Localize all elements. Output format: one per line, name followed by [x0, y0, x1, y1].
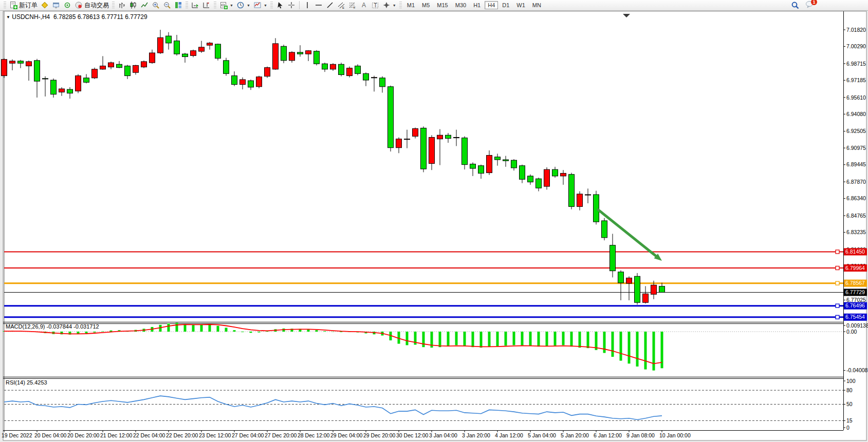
new-chart-icon [219, 1, 228, 9]
zoom-out-button[interactable] [161, 1, 173, 10]
equidistant-channel-button[interactable]: E [336, 1, 347, 10]
signals-icon [63, 1, 71, 9]
new-order-button[interactable]: 新订单 [8, 1, 39, 10]
svg-text:20 Dec 04:00: 20 Dec 04:00 [34, 432, 67, 438]
notifications-button[interactable]: 1 [805, 0, 815, 10]
svg-text:29 Dec 20:00: 29 Dec 20:00 [363, 432, 396, 438]
horizontal-line-icon [315, 1, 323, 9]
shapes-dropdown[interactable]: ▼ [381, 1, 398, 10]
timeframe-switcher: M1M5M15M30H1H4D1W1MN [403, 1, 545, 9]
svg-text:3 Jan 20:00: 3 Jan 20:00 [462, 432, 490, 438]
svg-text:22 Dec 20:00: 22 Dec 20:00 [166, 432, 198, 438]
dropdown-caret-icon: ▼ [264, 4, 267, 7]
text-label-icon: T [371, 1, 379, 9]
timeframe-button-m1[interactable]: M1 [404, 1, 418, 9]
fibonacci-icon: F [348, 1, 357, 9]
svg-text:6.97185: 6.97185 [846, 77, 866, 83]
zoom-in-button[interactable] [150, 1, 161, 10]
new-order-icon [9, 1, 17, 9]
terminal-button[interactable] [50, 1, 62, 10]
toolbar-separator [299, 1, 300, 9]
tile-windows-icon [174, 1, 182, 9]
svg-text:10 Jan 00:00: 10 Jan 00:00 [659, 432, 691, 438]
svg-text:23 Dec 12:00: 23 Dec 12:00 [199, 432, 231, 438]
svg-text:F: F [354, 6, 356, 9]
auto-scroll-button[interactable] [190, 1, 201, 10]
timeframe-button-m5[interactable]: M5 [419, 1, 433, 9]
templates-dropdown[interactable]: ▼ [252, 1, 269, 10]
bar-chart-icon [118, 1, 126, 9]
zoom-out-icon [163, 1, 171, 9]
svg-text:50: 50 [846, 401, 853, 407]
timeframe-button-d1[interactable]: D1 [499, 1, 512, 9]
vertical-line-icon [303, 1, 311, 9]
svg-text:15: 15 [846, 417, 853, 424]
metaeditor-icon [41, 1, 49, 9]
toolbar-grip [186, 2, 188, 9]
svg-text:6.78567: 6.78567 [845, 280, 865, 286]
svg-text:5 Jan 04:00: 5 Jan 04:00 [528, 432, 556, 438]
auto-trading-button[interactable]: 自动交易 [73, 1, 110, 10]
new-order-label: 新订单 [19, 1, 38, 10]
svg-text:6.86340: 6.86340 [846, 195, 866, 201]
crosshair-button[interactable] [286, 1, 297, 10]
periods-dropdown[interactable]: ▼ [235, 1, 252, 10]
svg-text:6.94080: 6.94080 [846, 111, 866, 117]
toolbar-right-group: 1 [789, 0, 815, 10]
horizontal-line-button[interactable] [313, 1, 324, 10]
tile-windows-button[interactable] [173, 1, 184, 10]
application-window: 新订单 自动交易 ▼ ▼ ▼ E F A T ▼ M [0, 0, 868, 442]
text-label-button[interactable]: T [370, 1, 381, 10]
svg-text:5 Jan 20:00: 5 Jan 20:00 [561, 432, 589, 438]
toolbar-grip [399, 2, 402, 9]
chart-canvas[interactable]: 7.018207.002906.987156.971856.956106.940… [0, 0, 868, 442]
svg-text:9 Jan 08:00: 9 Jan 08:00 [626, 432, 655, 438]
svg-text:E: E [342, 6, 344, 9]
svg-text:20 Dec 20:00: 20 Dec 20:00 [67, 432, 100, 438]
equidistant-channel-icon: E [337, 1, 345, 9]
svg-text:80: 80 [846, 387, 853, 393]
new-chart-dropdown[interactable]: ▼ [218, 1, 235, 10]
vertical-line-button[interactable] [302, 1, 313, 10]
svg-text:3 Jan 04:00: 3 Jan 04:00 [429, 432, 457, 438]
candlestick-chart-icon [129, 1, 137, 9]
svg-text:0: 0 [846, 425, 849, 431]
text-icon: A [360, 1, 368, 9]
toolbar-grip [270, 2, 273, 9]
toolbar: 新订单 自动交易 ▼ ▼ ▼ E F A T ▼ M [0, 0, 868, 11]
fibonacci-button[interactable]: F [347, 1, 358, 10]
trendline-button[interactable] [324, 1, 336, 10]
metaeditor-button[interactable] [39, 1, 50, 10]
clock-icon [236, 1, 245, 9]
svg-text:-0.040081: -0.040081 [846, 367, 868, 373]
line-chart-button[interactable] [139, 1, 150, 10]
chart-shift-button[interactable] [201, 1, 212, 10]
auto-scroll-icon [191, 1, 199, 9]
bar-chart-button[interactable] [116, 1, 127, 10]
svg-text:6.77729: 6.77729 [845, 289, 865, 295]
candlestick-chart-button[interactable] [127, 1, 139, 10]
svg-text:6 Jan 12:00: 6 Jan 12:00 [594, 432, 622, 438]
timeframe-button-h4[interactable]: H4 [485, 1, 498, 9]
svg-text:6.77025: 6.77025 [846, 297, 866, 303]
timeframe-button-m30[interactable]: M30 [452, 1, 469, 9]
timeframe-button-h1[interactable]: H1 [470, 1, 484, 9]
svg-text:28 Dec 12:00: 28 Dec 12:00 [298, 432, 330, 438]
svg-text:T: T [374, 3, 377, 8]
signals-button[interactable] [62, 1, 73, 10]
search-button[interactable] [789, 1, 801, 10]
cursor-button[interactable] [274, 1, 286, 10]
dropdown-caret-icon: ▼ [393, 4, 396, 7]
toolbar-grip [214, 2, 216, 9]
dropdown-caret-icon: ▼ [230, 4, 233, 7]
crosshair-icon [287, 1, 296, 9]
svg-text:6.98715: 6.98715 [846, 61, 866, 67]
svg-text:6.84765: 6.84765 [846, 213, 866, 219]
timeframe-button-mn[interactable]: MN [529, 1, 544, 9]
timeframe-button-w1[interactable]: W1 [513, 1, 528, 9]
toolbar-grip [112, 2, 115, 9]
template-icon [253, 1, 262, 9]
timeframe-button-m15[interactable]: M15 [434, 1, 451, 9]
svg-text:7.00290: 7.00290 [846, 43, 866, 49]
text-button[interactable]: A [358, 1, 370, 10]
